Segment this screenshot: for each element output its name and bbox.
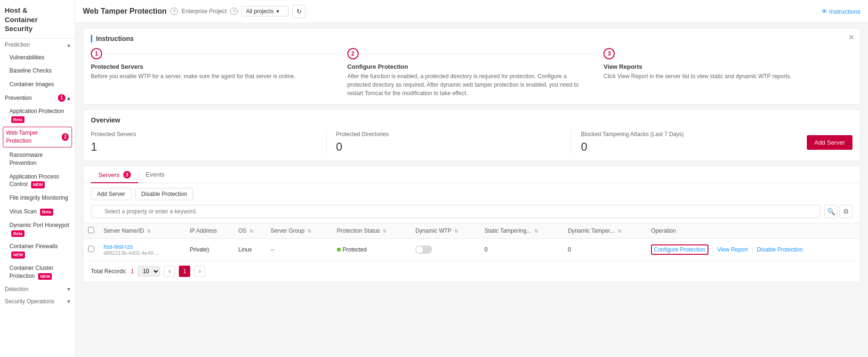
next-page-button[interactable]: › — [194, 266, 205, 277]
enterprise-help-icon[interactable]: ? — [230, 8, 238, 15]
search-input[interactable] — [91, 205, 820, 218]
dynamic-tamper-cell: 0 — [563, 239, 646, 261]
os-value: Linux — [238, 246, 252, 253]
os-cell: Linux — [233, 239, 266, 261]
sidebar-item-container-images[interactable]: Container Images — [0, 78, 75, 91]
protection-status-badge: Protected — [337, 246, 367, 253]
stat-protected-dirs: Protected Directories 0 — [336, 131, 562, 154]
help-icon[interactable]: ? — [170, 8, 178, 15]
page-num-1[interactable]: 1 — [179, 266, 190, 277]
static-tampering-cell: 0 — [480, 239, 563, 261]
stat-blocked-attacks-value: 0 — [581, 140, 807, 154]
detection-label: Detection — [5, 286, 29, 292]
pagination: Total Records: 1 10 20 50 ‹ 1 › — [83, 261, 860, 282]
add-server-table-button[interactable]: Add Server — [91, 188, 131, 200]
select-all-checkbox[interactable] — [88, 227, 94, 233]
sidebar-item-container-firewalls[interactable]: Container Firewalls NEW — [0, 240, 75, 261]
protection-status-cell: Protected — [332, 239, 411, 261]
sidebar-section-prevention[interactable]: Prevention 1 ▴ — [0, 91, 75, 105]
sidebar-item-dynamic-port-honeypot[interactable]: Dynamic Port Honeypot Beta — [0, 219, 75, 240]
tab-events[interactable]: Events — [138, 166, 172, 183]
instructions-steps: 1 Protected Servers Before you enable WT… — [91, 48, 852, 97]
col-header-checkbox — [83, 223, 99, 239]
col-header-server-group[interactable]: Server Group ⇅ — [266, 223, 332, 239]
col-header-dynamic-tamper[interactable]: Dynamic Tamper... ⇅ — [563, 223, 646, 239]
chevron-up-icon: ▴ — [67, 41, 70, 48]
tab-servers[interactable]: Servers 3 — [91, 166, 138, 183]
stat-divider-2 — [571, 130, 571, 154]
new-badge-cf: NEW — [11, 252, 25, 259]
stat-divider-1 — [326, 130, 327, 154]
servers-tab-badge: 3 — [123, 171, 131, 178]
page-size-select[interactable]: 10 20 50 — [137, 266, 160, 276]
sidebar-item-baseline-checks[interactable]: Baseline Checks — [0, 64, 75, 78]
main-content-area: Web Tamper Protection ? Enterprise Proje… — [75, 0, 868, 357]
view-report-link[interactable]: View Report — [717, 246, 748, 253]
chevron-up-icon2: ▴ — [67, 95, 70, 101]
col-header-protection-status[interactable]: Protection Status ⇅ — [332, 223, 411, 239]
search-submit-button[interactable]: 🔍 — [824, 205, 837, 218]
beta-badge: Beta — [11, 116, 24, 123]
dynamic-tamper-value: 0 — [568, 246, 571, 253]
tabs-section: Servers 3 Events Add Server Disable Prot… — [83, 166, 860, 282]
servers-table: Server Name/ID ⇅ IP Address OS ⇅ Server … — [83, 223, 860, 261]
chevron-down-icon-det: ▾ — [67, 286, 70, 292]
sort-dynamic-wtp-icon: ⇅ — [454, 228, 458, 234]
project-dropdown[interactable]: All projects ▾ — [241, 6, 289, 16]
refresh-button[interactable]: ↻ — [292, 5, 305, 18]
step-1-title: Protected Servers — [91, 63, 332, 70]
step-2: 2 Configure Protection After the functio… — [340, 48, 596, 97]
col-header-server-name[interactable]: Server Name/ID ⇅ — [99, 223, 185, 239]
server-group-cell: -- — [266, 239, 332, 261]
step-3-circle: 3 — [603, 48, 615, 59]
sidebar-item-container-cluster-protection[interactable]: Container Cluster Protection NEW — [0, 261, 75, 283]
sidebar-item-vulnerabilities[interactable]: Vulnerabilities — [0, 51, 75, 65]
server-id: d882213b-4402-4e49-... — [104, 250, 180, 256]
search-actions: 🔍 ⚙ — [824, 205, 852, 218]
table-row: hss-test-rzs d882213b-4402-4e49-... Priv… — [83, 239, 860, 261]
sidebar-item-application-protection[interactable]: Application Protection Beta — [0, 105, 75, 126]
sort-server-name-icon: ⇅ — [147, 228, 151, 234]
dynamic-wtp-toggle[interactable] — [415, 245, 432, 254]
overview-title: Overview — [91, 116, 852, 124]
instructions-link[interactable]: 👁 Instructions — [821, 8, 860, 15]
sidebar-section-security-ops[interactable]: Security Operations ▾ — [0, 295, 75, 308]
search-bar: 🔍 🔍 ⚙ — [91, 205, 852, 218]
beta-badge-dph: Beta — [11, 230, 24, 237]
sidebar-section-prediction[interactable]: Prediction ▴ — [0, 39, 75, 51]
prevention-badge: 1 — [58, 94, 65, 102]
chevron-down-icon: ▾ — [276, 8, 279, 15]
op-sep-1: | — [712, 246, 714, 253]
sidebar-item-file-integrity-monitoring[interactable]: File Integrity Monitoring — [0, 191, 75, 205]
sidebar-section-detection[interactable]: Detection ▾ — [0, 283, 75, 295]
server-name-cell: hss-test-rzs d882213b-4402-4e49-... — [99, 239, 185, 261]
add-server-overview-button[interactable]: Add Server — [807, 135, 852, 150]
col-header-os[interactable]: OS ⇅ — [233, 223, 266, 239]
sidebar-item-ransomware-prevention[interactable]: Ransomware Prevention — [0, 148, 75, 170]
col-header-dynamic-wtp[interactable]: Dynamic WTP ⇅ — [410, 223, 480, 239]
step-1-desc: Before you enable WTP for a server, make… — [91, 72, 332, 81]
data-table-wrapper: Server Name/ID ⇅ IP Address OS ⇅ Server … — [83, 223, 860, 261]
server-name-link[interactable]: hss-test-rzs — [104, 243, 133, 250]
step-1: 1 Protected Servers Before you enable WT… — [91, 48, 340, 97]
sidebar-item-virus-scan[interactable]: Virus Scan Beta — [0, 205, 75, 219]
settings-button[interactable]: ⚙ — [839, 205, 852, 218]
col-header-static-tampering[interactable]: Static Tampering... ⇅ — [480, 223, 563, 239]
protection-status-text: Protected — [343, 246, 367, 253]
step-2-desc: After the function is enabled, a protect… — [347, 72, 589, 97]
configure-protection-link[interactable]: Configure Protection — [651, 244, 708, 255]
static-tampering-value: 0 — [484, 246, 488, 253]
sidebar-item-web-tamper-protection[interactable]: Web Tamper Protection 2 — [3, 127, 72, 147]
tab-servers-label: Servers — [98, 171, 120, 178]
row-checkbox[interactable] — [88, 246, 94, 252]
sidebar-item-application-process-control[interactable]: Application Process Control NEW — [0, 170, 75, 192]
close-instructions-button[interactable]: ✕ — [848, 33, 854, 42]
dynamic-wtp-cell — [410, 239, 480, 261]
prev-page-button[interactable]: ‹ — [164, 266, 175, 277]
step-3: 3 View Reports Click View Report in the … — [596, 48, 852, 97]
disable-protection-button[interactable]: Disable Protection — [135, 188, 193, 200]
sort-protection-icon: ⇅ — [383, 228, 386, 234]
total-records-label: Total Records: — [91, 268, 127, 275]
disable-protection-link[interactable]: Disable Protection — [757, 246, 803, 253]
sort-static-icon: ⇅ — [534, 228, 538, 234]
